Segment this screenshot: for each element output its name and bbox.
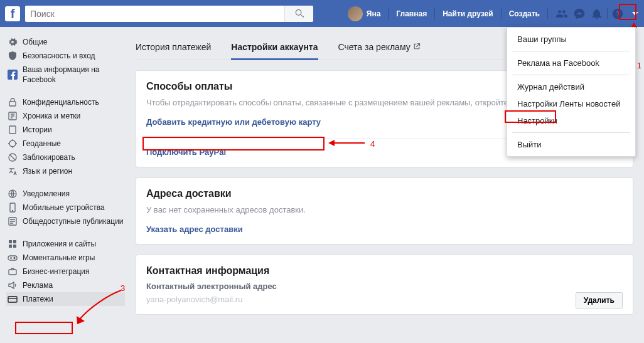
menu-your-groups[interactable]: Ваши группы [507,31,635,48]
feed-icon [8,216,18,226]
lock-icon [8,97,18,107]
search-icon [295,9,304,18]
annotation-label-3: 3 [121,283,125,293]
svg-rect-16 [8,256,17,260]
tag-icon [8,111,18,121]
sidebar-blocking[interactable]: Заблокировать [6,150,125,164]
sidebar-business-integrations[interactable]: Бизнес-интеграция [6,265,125,278]
apps-icon [8,239,18,249]
sidebar-location[interactable]: Геоданные [6,137,125,150]
tab-account-settings[interactable]: Настройки аккаунта [231,36,318,60]
language-icon [8,166,18,176]
svg-point-6 [9,140,16,147]
chevron-down-icon [632,12,638,16]
search-wrapper [25,6,313,22]
stories-icon [8,125,18,135]
block-icon [8,152,18,162]
profile-name: Яна [367,9,381,18]
profile-link[interactable]: Яна [341,0,387,27]
sidebar-language[interactable]: Язык и регион [6,164,125,178]
svg-rect-15 [13,245,16,248]
sidebar-mobile[interactable]: Мобильные устройства [6,201,125,214]
svg-rect-5 [9,126,16,134]
ads-icon [8,280,18,290]
sidebar-privacy[interactable]: Конфиденциальность [6,95,125,109]
mobile-icon [8,203,18,213]
sidebar-security[interactable]: Безопасность и вход [6,49,125,63]
add-shipping-link[interactable]: Указать адрес доставки [146,224,243,234]
delete-email-button[interactable]: Удалить [576,292,623,309]
svg-rect-3 [9,102,16,106]
help-icon[interactable]: ? [609,0,626,27]
business-icon [8,266,18,277]
gear-icon [8,37,18,47]
sidebar-public-posts[interactable]: Общедоступные публикации [6,214,125,228]
annotation-box-3 [15,322,73,334]
facebook-badge-icon [8,70,18,80]
sidebar-general[interactable]: Общие [6,35,125,49]
svg-rect-14 [9,245,12,248]
contact-info-card: Контактная информация Контактный электро… [136,255,633,315]
shield-icon [8,51,18,61]
annotation-label-4: 4 [370,139,375,149]
card-icon [8,294,18,304]
facebook-logo[interactable]: f [5,6,20,21]
location-icon [8,139,18,149]
games-icon [8,253,18,263]
search-button[interactable] [284,6,313,22]
svg-rect-18 [9,270,16,275]
notifications-icon[interactable] [588,0,606,27]
svg-point-17 [14,258,15,259]
top-icons: ? [553,0,644,27]
menu-activity-log[interactable]: Журнал действий [507,78,635,95]
tab-payment-history[interactable]: История платежей [136,36,211,60]
menu-logout[interactable]: Выйти [507,136,635,153]
avatar [348,6,363,21]
sidebar-ads[interactable]: Реклама [6,278,125,292]
nav-home[interactable]: Главная [390,0,433,27]
menu-settings[interactable]: Настройки [507,112,635,129]
tab-ad-billing[interactable]: Счета за рекламу [338,36,421,60]
menu-ads[interactable]: Реклама на Facebook [507,55,635,71]
svg-rect-12 [9,240,12,243]
shipping-empty: У вас нет сохраненных адресов доставки. [146,204,623,216]
top-nav: Яна Главная Найти друзей Создать ? [341,0,644,27]
sidebar-payments[interactable]: Платежи [6,292,125,306]
contact-email-label: Контактный электронный адрес [146,282,623,291]
sidebar-instant-games[interactable]: Моментальные игры [6,251,125,265]
topbar: f Яна Главная Найти друзей Создать ? [0,0,644,27]
annotation-label-1: 1 [637,61,641,70]
contact-email-value: yana-polyanovich@mail.ru [146,295,623,304]
svg-text:?: ? [615,9,620,18]
contact-title: Контактная информация [146,265,623,277]
menu-news-feed-settings[interactable]: Настройки Ленты новостей [507,95,635,112]
friend-requests-icon[interactable] [553,0,571,27]
add-paypal-link[interactable]: Подключить PayPal [146,147,226,157]
nav-find-friends[interactable]: Найти друзей [436,0,499,27]
sidebar-timeline[interactable]: Хроника и метки [6,109,125,123]
globe-icon [8,189,18,199]
messenger-icon[interactable] [571,0,588,27]
nav-create[interactable]: Создать [503,0,546,27]
sidebar-apps[interactable]: Приложения и сайты [6,237,125,251]
add-card-link[interactable]: Добавить кредитную или дебетовую карту [146,117,321,127]
shipping-title: Адреса доставки [146,188,623,199]
svg-rect-13 [13,240,16,243]
svg-rect-19 [8,297,17,302]
svg-point-10 [13,211,13,211]
account-dropdown-menu: Ваши группы Реклама на Facebook Журнал д… [507,27,636,157]
sidebar-stories[interactable]: Истории [6,123,125,137]
sidebar-notifications[interactable]: Уведомления [6,187,125,201]
settings-sidebar: Общие Безопасность и вход Ваша информаци… [0,27,125,315]
sidebar-your-info[interactable]: Ваша информация на Facebook [6,63,125,87]
external-link-icon [413,43,421,50]
shipping-addresses-card: Адреса доставки У вас нет сохраненных ад… [136,177,633,245]
account-dropdown-toggle[interactable] [626,0,644,27]
search-input[interactable] [25,6,284,22]
